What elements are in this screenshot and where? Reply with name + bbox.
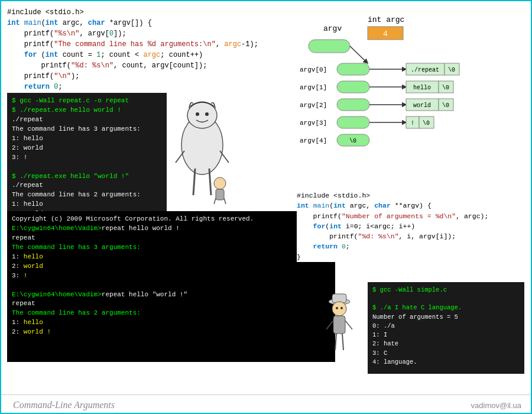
diagram: argv int argc 4 argv[0] ./repeat \0 argv…	[297, 10, 524, 178]
page-title: Command-Line Arguments	[13, 400, 115, 410]
svg-text:argv[4]: argv[4]	[300, 137, 327, 144]
terminal-3: $ gcc -Wall simple.c $ ./a I hate C lang…	[368, 282, 524, 374]
svg-text:./repeat: ./repeat	[411, 67, 439, 73]
svg-line-5	[350, 46, 368, 63]
footer-email: vadimov@il.ua	[471, 401, 521, 410]
svg-text:\0: \0	[442, 102, 449, 109]
svg-text:world: world	[413, 102, 431, 109]
svg-line-57	[326, 321, 333, 329]
svg-rect-28	[337, 117, 369, 128]
svg-rect-14	[337, 81, 369, 93]
svg-text:argv[1]: argv[1]	[300, 84, 327, 91]
main-container: #include <stdio.h> int main(int argc, ch…	[1, 1, 532, 414]
svg-point-52	[336, 307, 338, 309]
svg-rect-54	[333, 316, 345, 334]
footer: Command-Line Arguments vadimov@il.ua	[1, 394, 532, 414]
svg-line-56	[342, 334, 343, 350]
svg-point-39	[196, 112, 199, 116]
svg-text:hello: hello	[413, 85, 431, 91]
svg-text:\0: \0	[442, 85, 449, 91]
svg-rect-21	[337, 99, 369, 111]
svg-line-42	[209, 169, 211, 195]
svg-line-55	[335, 334, 336, 350]
code-top: #include <stdio.h> int main(int argc, ch…	[7, 7, 285, 103]
terminal-1: $ gcc -Wall repeat.c -o repeat $ ./repea…	[7, 93, 167, 222]
svg-text:\0: \0	[423, 120, 430, 127]
cartoon-figure-2	[317, 291, 362, 356]
svg-point-40	[205, 112, 209, 116]
svg-line-48	[224, 198, 226, 204]
svg-line-58	[345, 321, 352, 329]
svg-text:!: !	[411, 120, 414, 127]
svg-text:argv[2]: argv[2]	[300, 102, 327, 109]
argv-diagram: argv int argc 4 argv[0] ./repeat \0 argv…	[297, 10, 524, 176]
svg-text:\0: \0	[349, 138, 356, 144]
svg-text:argv[3]: argv[3]	[300, 119, 327, 127]
svg-rect-7	[337, 63, 369, 75]
svg-line-47	[214, 198, 216, 204]
cartoon-figure-1	[167, 96, 238, 205]
svg-point-38	[187, 102, 217, 128]
svg-point-53	[340, 307, 343, 309]
svg-rect-46	[216, 189, 224, 200]
svg-point-51	[332, 302, 346, 316]
svg-text:argv: argv	[323, 24, 342, 33]
svg-rect-4	[309, 40, 350, 53]
svg-text:argv[0]: argv[0]	[300, 66, 327, 73]
svg-line-41	[193, 169, 195, 195]
svg-text:4: 4	[383, 30, 388, 38]
svg-point-45	[214, 177, 226, 189]
svg-text:\0: \0	[448, 67, 455, 73]
code-right: #include <stdio.h> int main(int argc, ch…	[297, 190, 524, 262]
svg-text:int argc: int argc	[368, 15, 404, 24]
terminal-windows: Copyright (c) 2009 Microsoft Corporation…	[7, 211, 335, 362]
